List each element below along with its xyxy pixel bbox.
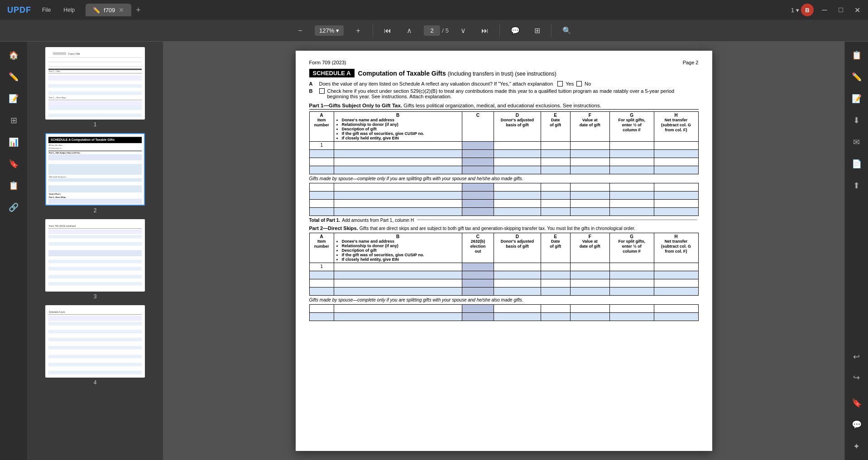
next-page-btn[interactable]: ∨ — [456, 24, 470, 38]
svg-rect-47 — [48, 242, 142, 246]
svg-rect-52 — [48, 264, 142, 267]
sidebar-chart-icon[interactable]: 📊 — [4, 132, 24, 152]
menu-help[interactable]: Help — [58, 5, 80, 15]
checkbox-no[interactable] — [576, 81, 582, 86]
table-row — [309, 208, 698, 216]
svg-rect-30 — [48, 168, 142, 171]
row4-b — [334, 166, 462, 174]
right-sidebar-comment[interactable]: 💬 — [847, 415, 867, 435]
row3-c — [462, 158, 494, 166]
svg-text:Part 1—Gifts Subject Only to G: Part 1—Gifts Subject Only to Gift Tax. — [49, 152, 81, 154]
part1-table: A Itemnumber B Donee's name and address … — [309, 111, 699, 174]
row2-b — [334, 150, 462, 158]
form-header: Form 709 (2023) Page 2 — [309, 60, 699, 65]
svg-rect-72 — [48, 359, 142, 363]
checkbox-yes[interactable] — [557, 81, 563, 86]
zoom-in-btn[interactable]: + — [351, 24, 365, 38]
svg-text:B  Check here if...: B Check here if... — [49, 147, 62, 149]
page-current-input[interactable] — [424, 25, 440, 36]
menu-file[interactable]: File — [37, 5, 56, 15]
row2-c — [462, 150, 494, 158]
question-b-row: B Check here if you elect under section … — [309, 88, 699, 99]
svg-rect-61 — [48, 314, 142, 315]
search-btn[interactable]: 🔍 — [559, 24, 575, 37]
thumbnail-page-3[interactable]: Form 709 (2023) continued — [33, 219, 158, 300]
thumbnail-page-2[interactable]: SCHEDULE A Computation of Taxable Gifts … — [33, 133, 158, 214]
tab-f709[interactable]: ✏️ f709 ✕ — [86, 4, 131, 16]
no-label: No — [585, 81, 591, 86]
total-part1-label: Total of Part 1. — [309, 218, 340, 223]
svg-rect-51 — [48, 260, 142, 264]
page-dropdown[interactable]: ▾ — [796, 7, 799, 14]
svg-rect-53 — [48, 267, 142, 271]
sidebar-link-icon[interactable]: 🔗 — [4, 197, 24, 217]
sep2 — [499, 24, 500, 37]
table-row — [309, 166, 698, 174]
right-sidebar-star[interactable]: ✦ — [847, 436, 867, 456]
redo-btn[interactable]: ↪ — [847, 368, 867, 388]
row1-d — [494, 142, 541, 150]
row4-num — [309, 166, 334, 174]
right-sidebar-bookmark[interactable]: 🔖 — [847, 393, 867, 413]
tab-add-btn[interactable]: + — [132, 5, 144, 15]
sidebar-bookmark-icon[interactable]: 🔖 — [4, 154, 24, 174]
close-btn[interactable]: ✕ — [850, 3, 864, 17]
part1-header: Part 1—Gifts Subject Only to Gift Tax. G… — [309, 103, 699, 110]
prev-page-btn[interactable]: ∧ — [402, 24, 417, 38]
svg-rect-34 — [48, 182, 142, 186]
col-f-header-2: F Value atdate of gift — [570, 233, 609, 263]
row2-g — [609, 150, 654, 158]
sidebar-grid-icon[interactable]: ⊞ — [4, 110, 24, 130]
thumbnail-page-4[interactable]: Schedule A cont. — [33, 305, 158, 386]
table-row — [309, 158, 698, 166]
right-sidebar-icon-5[interactable]: ✉ — [847, 132, 867, 152]
left-sidebar: 🏠 ✏️ 📝 ⊞ 📊 🔖 📋 🔗 — [0, 42, 27, 460]
p2-row1-num: 1 — [309, 263, 334, 271]
sidebar-home-icon[interactable]: 🏠 — [4, 45, 24, 65]
last-page-btn[interactable]: ⏭ — [478, 24, 492, 38]
question-b-label: B — [309, 88, 317, 94]
table-row: 1 — [309, 142, 698, 150]
minimize-btn[interactable]: ─ — [817, 3, 832, 17]
right-sidebar-icon-1[interactable]: 📋 — [847, 45, 867, 65]
svg-rect-4 — [53, 52, 66, 55]
sidebar-clipboard-icon[interactable]: 📋 — [4, 176, 24, 196]
row1-f — [570, 142, 609, 150]
row3-num — [309, 158, 334, 166]
svg-rect-68 — [48, 342, 142, 346]
sidebar-note-icon[interactable]: 📝 — [4, 89, 24, 109]
row2-d — [494, 150, 541, 158]
main-layout: 🏠 ✏️ 📝 ⊞ 📊 🔖 📋 🔗 Form 709 Part 1 — Gifts… — [0, 42, 868, 460]
svg-text:Part 1 — Gifts...: Part 1 — Gifts... — [49, 70, 62, 72]
svg-rect-49 — [48, 250, 142, 256]
document-area[interactable]: Form 709 (2023) Page 2 SCHEDULE A Comput… — [163, 42, 844, 460]
row3-f — [570, 158, 609, 166]
svg-rect-16 — [48, 101, 142, 106]
right-sidebar-icon-2[interactable]: ✏️ — [847, 67, 867, 87]
svg-rect-9 — [48, 75, 142, 81]
checkbox-b[interactable] — [319, 88, 325, 94]
svg-rect-63 — [48, 322, 142, 326]
spouse-gifts-label-2: Gifts made by spouse—complete only if yo… — [309, 297, 699, 302]
maximize-btn[interactable]: □ — [834, 3, 848, 17]
right-sidebar-icon-3[interactable]: 📝 — [847, 89, 867, 109]
sidebar-edit-icon[interactable]: ✏️ — [4, 67, 24, 87]
tab-close-btn[interactable]: ✕ — [119, 6, 124, 14]
thumbnail-page-1[interactable]: Form 709 Part 1 — Gifts... Part 2 — Dire… — [33, 47, 158, 128]
row3-d — [494, 158, 541, 166]
right-sidebar-icon-4[interactable]: ⬇ — [847, 110, 867, 130]
schedule-title-text: Computation of Taxable Gifts (Including … — [358, 70, 556, 77]
thumbnail-img-1: Form 709 Part 1 — Gifts... Part 2 — Dire… — [45, 47, 145, 120]
undo-btn[interactable]: ↩ — [847, 347, 867, 367]
svg-rect-64 — [48, 326, 142, 330]
col-h-header-1: H Net transfer(subtract col. Gfrom col. … — [654, 112, 698, 142]
comment-btn[interactable]: 💬 — [507, 24, 523, 37]
zoom-out-btn[interactable]: − — [293, 24, 307, 38]
svg-rect-65 — [48, 330, 142, 334]
col-e-header-1: E Dateof gift — [541, 112, 570, 142]
zoom-display[interactable]: 127% ▾ — [315, 25, 344, 36]
right-sidebar-icon-6[interactable]: 📄 — [847, 154, 867, 174]
first-page-btn[interactable]: ⏮ — [380, 24, 395, 38]
right-sidebar-icon-7[interactable]: ⬆ — [847, 176, 867, 196]
layout-btn[interactable]: ⊞ — [531, 24, 544, 37]
